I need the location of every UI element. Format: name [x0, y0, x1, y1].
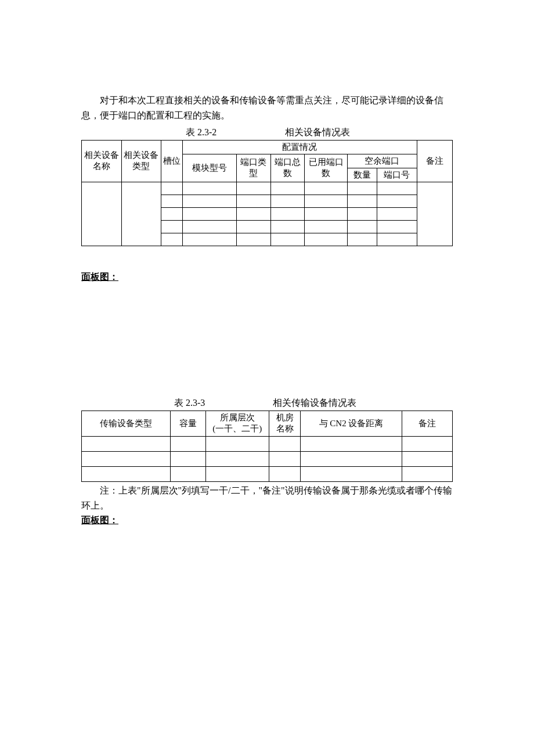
panel-diagram-heading-2: 面板图： [81, 513, 453, 528]
t1-h-slot: 槽位 [161, 140, 183, 182]
t1-cell [377, 195, 417, 207]
t2-h-level: 所属层次 (一干、二干) [205, 411, 269, 436]
page: 对于和本次工程直接相关的设备和传输设备等需重点关注，尽可能记录详细的设备信息，便… [0, 0, 534, 756]
t1-cell [121, 182, 161, 246]
t2-cell [82, 466, 171, 481]
t1-cell [305, 207, 347, 220]
t2-h-room: 机房 名称 [269, 411, 301, 436]
t2-cell [301, 466, 402, 481]
t2-cell [205, 451, 269, 466]
t1-cell [182, 233, 236, 246]
t1-cell [161, 233, 183, 246]
t1-cell [270, 182, 305, 195]
table1: 相关设备名称 相关设备类型 槽位 配置情况 备注 模块型号 端口类型 端口总数 … [81, 140, 453, 246]
t1-cell [377, 220, 417, 233]
t2-cell [170, 466, 205, 481]
t1-cell [236, 182, 270, 195]
t2-cell [301, 436, 402, 451]
t1-h-config: 配置情况 [182, 140, 417, 154]
t2-h-remark: 备注 [402, 411, 452, 436]
t1-h-port-total: 端口总数 [270, 154, 305, 182]
t1-cell [347, 195, 377, 207]
t1-cell [182, 195, 236, 207]
table-row [82, 451, 453, 466]
t1-cell [305, 220, 347, 233]
t2-cell [82, 436, 171, 451]
t1-h-device-type: 相关设备类型 [121, 140, 161, 182]
table1-name: 相关设备情况表 [285, 125, 350, 140]
t1-h-port-type: 端口类型 [236, 154, 270, 182]
t1-cell [161, 182, 183, 195]
t1-cell [161, 195, 183, 207]
t1-cell [82, 182, 122, 246]
t2-cell [205, 436, 269, 451]
t1-cell [270, 233, 305, 246]
t2-cell [402, 451, 452, 466]
t1-h-module-model: 模块型号 [182, 154, 236, 182]
t1-cell [182, 182, 236, 195]
table2-title-row: 表 2.3-3 相关传输设备情况表 [81, 395, 453, 411]
t2-cell [205, 466, 269, 481]
t2-cell [402, 466, 452, 481]
t1-cell [182, 207, 236, 220]
t1-cell [377, 207, 417, 220]
t1-h-port-used: 已用端口数 [305, 154, 347, 182]
t2-cell [301, 451, 402, 466]
t1-cell [236, 195, 270, 207]
t1-cell [236, 233, 270, 246]
spacer [81, 284, 453, 394]
t2-cell [402, 436, 452, 451]
table2-number: 表 2.3-3 [174, 395, 205, 411]
t2-h-room-l1: 机房 [270, 412, 300, 424]
panel-diagram-heading-1: 面板图： [81, 269, 453, 285]
t2-h-room-l2: 名称 [270, 423, 300, 435]
t1-cell [182, 220, 236, 233]
table2: 传输设备类型 容量 所属层次 (一干、二干) 机房 名称 与 CN2 设备距离 … [81, 411, 453, 482]
t1-h-free-count: 数量 [347, 168, 377, 182]
t2-h-level-l2: (一干、二干) [207, 423, 268, 435]
table-row [82, 436, 453, 451]
t1-cell [347, 207, 377, 220]
t1-cell [270, 220, 305, 233]
t2-cell [269, 451, 301, 466]
t1-cell [347, 182, 377, 195]
t1-h-free-num: 端口号 [377, 168, 417, 182]
t2-cell [170, 451, 205, 466]
t2-cell [269, 466, 301, 481]
t2-cell [82, 451, 171, 466]
t1-cell [305, 195, 347, 207]
t2-cell [269, 436, 301, 451]
t2-h-distance: 与 CN2 设备距离 [301, 411, 402, 436]
t1-cell [161, 220, 183, 233]
t1-cell [305, 233, 347, 246]
t1-h-remark: 备注 [417, 140, 452, 182]
t1-cell [377, 233, 417, 246]
t1-h-device-name: 相关设备名称 [82, 140, 122, 182]
t1-cell [305, 182, 347, 195]
t1-cell [161, 207, 183, 220]
t2-h-level-l1: 所属层次 [207, 412, 268, 424]
t1-h-port-free: 空余端口 [347, 154, 417, 168]
t1-cell [270, 195, 305, 207]
t1-cell [377, 182, 417, 195]
table2-note: 注：上表"所属层次"列填写一干/二干，"备注"说明传输设备属于那条光缆或者哪个传… [81, 483, 453, 513]
table1-number: 表 2.3-2 [186, 125, 217, 140]
t1-cell [236, 207, 270, 220]
intro-paragraph: 对于和本次工程直接相关的设备和传输设备等需重点关注，尽可能记录详细的设备信息，便… [81, 93, 453, 123]
t1-cell [236, 220, 270, 233]
table1-title-row: 表 2.3-2 相关设备情况表 [81, 125, 453, 140]
table-row [82, 466, 453, 481]
t1-cell [270, 207, 305, 220]
table-row [82, 182, 453, 195]
t2-cell [170, 436, 205, 451]
t2-h-device-type: 传输设备类型 [82, 411, 171, 436]
t1-cell [417, 182, 452, 246]
t1-cell [347, 220, 377, 233]
t1-cell [347, 233, 377, 246]
t2-h-capacity: 容量 [170, 411, 205, 436]
table2-name: 相关传输设备情况表 [273, 395, 356, 411]
